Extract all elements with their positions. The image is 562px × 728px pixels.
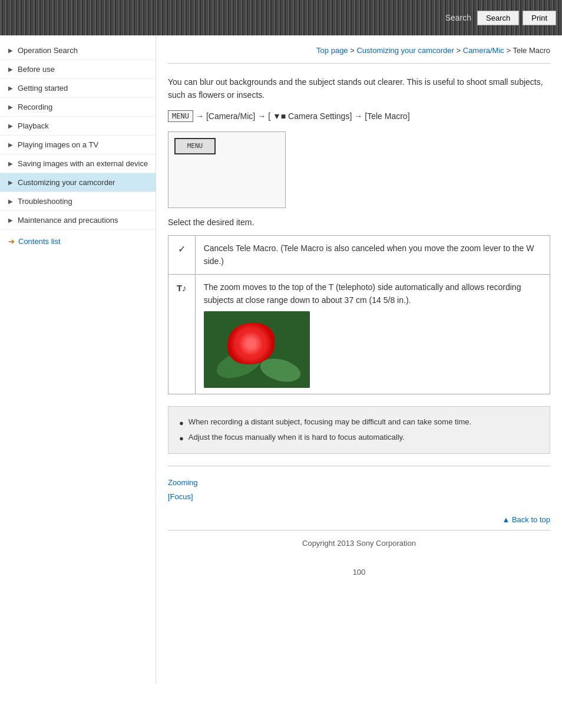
arrow-icon: ▶ [8, 160, 14, 167]
sidebar-item-playback[interactable]: ▶ Playback [0, 117, 156, 136]
svg-point-8 [250, 337, 264, 351]
svg-point-3 [240, 333, 273, 354]
sidebar-item-label: Recording [18, 103, 150, 111]
link-focus[interactable]: [Focus] [168, 492, 193, 501]
tele-description: The zoom moves to the top of the T (tele… [204, 282, 521, 305]
menu-path: MENU → [Camera/Mic] → [ ▼■ Camera Settin… [168, 110, 550, 122]
print-btn[interactable]: Print [523, 11, 556, 25]
svg-point-5 [243, 326, 270, 362]
back-to-top-link[interactable]: ▲ Back to top [502, 515, 550, 524]
sidebar: ▶ Operation Search ▶ Before use ▶ Gettin… [0, 35, 156, 684]
divider [168, 466, 550, 466]
note-item-1: ● When recording a distant subject, focu… [179, 415, 539, 430]
related-link-zooming[interactable]: Zooming [168, 476, 550, 489]
related-link-focus[interactable]: [Focus] [168, 490, 550, 503]
breadcrumb-sep2: > [457, 46, 463, 55]
breadcrumb-top-page[interactable]: Top page [316, 46, 348, 55]
sidebar-item-getting-started[interactable]: ▶ Getting started [0, 79, 156, 98]
svg-point-7 [237, 328, 276, 360]
option-text-cancel: Cancels Tele Macro. (Tele Macro is also … [195, 235, 550, 274]
menu-arrow-1: → [196, 111, 204, 121]
svg-point-9 [253, 340, 261, 348]
sidebar-item-label: Playback [18, 121, 150, 130]
sidebar-item-before-use[interactable]: ▶ Before use [0, 60, 156, 79]
contents-list-label: Contents list [18, 237, 61, 246]
note-item-2: ● Adjust the focus manually when it is h… [179, 430, 539, 445]
breadcrumb-camera-mic[interactable]: Camera/Mic [463, 46, 504, 55]
sidebar-item-label: Customizing your camcorder [18, 178, 150, 187]
option-icon-cancel: ✓ [168, 235, 196, 274]
sidebar-item-label: Saving images with an external device [18, 159, 150, 168]
menu-screenshot: MENU [168, 131, 286, 208]
menu-arrow-3: → [354, 111, 362, 121]
sidebar-item-customizing[interactable]: ▶ Customizing your camcorder [0, 173, 156, 192]
sidebar-item-label: Operation Search [18, 46, 150, 55]
sidebar-item-recording[interactable]: ▶ Recording [0, 98, 156, 117]
arrow-icon: ▶ [8, 47, 14, 54]
sidebar-item-maintenance[interactable]: ▶ Maintenance and precautions [0, 211, 156, 230]
content-area: Top page > Customizing your camcorder > … [156, 35, 562, 684]
arrow-icon: ▶ [8, 85, 14, 91]
breadcrumb-tele-macro: Tele Macro [513, 46, 550, 55]
menu-step-1: [Camera/Mic] [206, 111, 255, 121]
sidebar-item-operation-search[interactable]: ▶ Operation Search [0, 41, 156, 60]
arrow-icon: ▶ [8, 141, 14, 148]
option-text-tele: The zoom moves to the top of the T (tele… [195, 274, 550, 394]
breadcrumb: Top page > Customizing your camcorder > … [168, 41, 550, 64]
copyright-text: Copyright 2013 Sony Corporation [302, 539, 416, 548]
bullet-icon-1: ● [179, 416, 184, 430]
search-btn[interactable]: Search [477, 11, 519, 25]
arrow-icon: ▶ [8, 104, 14, 110]
sidebar-item-troubleshooting[interactable]: ▶ Troubleshooting [0, 192, 156, 211]
sidebar-item-label: Getting started [18, 84, 150, 93]
arrow-icon: ▶ [8, 217, 14, 223]
page-description: You can blur out backgrounds and the sub… [168, 75, 550, 102]
page-number: 100 [168, 556, 550, 582]
arrow-icon: ▶ [8, 179, 14, 186]
related-links: Zooming [Focus] [168, 476, 550, 503]
flower-svg [204, 311, 310, 388]
sidebar-item-playing-images[interactable]: ▶ Playing images on a TV [0, 136, 156, 154]
sidebar-item-label: Maintenance and precautions [18, 216, 150, 225]
table-row-cancel: ✓ Cancels Tele Macro. (Tele Macro is als… [168, 235, 550, 274]
menu-arrow-2: → [257, 111, 266, 121]
footer: Copyright 2013 Sony Corporation [168, 530, 550, 556]
sidebar-item-saving-images[interactable]: ▶ Saving images with an external device [0, 154, 156, 173]
breadcrumb-customizing[interactable]: Customizing your camcorder [356, 46, 454, 55]
main-layout: ▶ Operation Search ▶ Before use ▶ Gettin… [0, 35, 562, 684]
breadcrumb-sep1: > [350, 46, 356, 55]
select-item-text: Select the desired item. [168, 218, 550, 227]
contents-list-link[interactable]: ➔ Contents list [0, 230, 156, 253]
header: Search Search Print [0, 0, 562, 35]
menu-step-3: [Tele Macro] [365, 111, 409, 121]
option-icon-tele: T♪ [168, 274, 196, 394]
note-text-1: When recording a distant subject, focusi… [189, 415, 471, 429]
arrow-icon: ▶ [8, 123, 14, 129]
search-button[interactable]: Search [445, 13, 471, 22]
back-to-top[interactable]: ▲ Back to top [168, 515, 550, 524]
menu-box: MENU [168, 110, 193, 122]
sidebar-item-label: Troubleshooting [18, 197, 150, 206]
link-zooming[interactable]: Zooming [168, 478, 198, 487]
sidebar-item-label: Playing images on a TV [18, 140, 150, 149]
tele-macro-flower-image [204, 311, 310, 388]
arrow-icon: ▶ [8, 66, 14, 73]
note-text-2: Adjust the focus manually when it is har… [189, 430, 405, 444]
table-row-tele: T♪ The zoom moves to the top of the T (t… [168, 274, 550, 394]
notes-box: ● When recording a distant subject, focu… [168, 406, 550, 454]
menu-button-mockup: MENU [174, 138, 216, 154]
breadcrumb-sep3: > [506, 46, 513, 55]
contents-arrow-icon: ➔ [8, 237, 15, 246]
menu-step-2: [ ▼■ Camera Settings] [268, 111, 352, 121]
sidebar-item-label: Before use [18, 65, 150, 74]
bullet-icon-2: ● [179, 431, 184, 445]
tele-macro-icon: T♪ [177, 283, 187, 293]
options-table: ✓ Cancels Tele Macro. (Tele Macro is als… [168, 235, 550, 395]
arrow-icon: ▶ [8, 198, 14, 205]
